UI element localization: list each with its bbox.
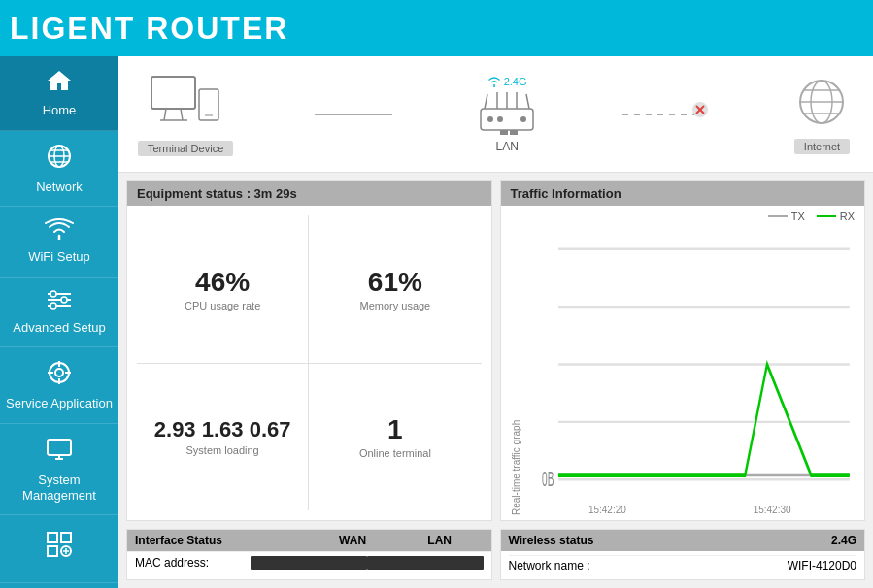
sidebar-system-label: System Management — [4, 473, 115, 503]
interface-lan-col: LAN — [396, 534, 484, 547]
topology-internet: Internet — [790, 75, 854, 154]
network-name-value: WIFI-4120D0 — [788, 559, 856, 572]
svg-rect-17 — [48, 440, 71, 455]
line-segment-1 — [315, 114, 392, 115]
svg-point-10 — [50, 303, 56, 309]
sidebar-item-advanced[interactable]: Advanced Setup — [0, 278, 118, 348]
content-area: Terminal Device 2.4G — [118, 56, 873, 588]
system-icon — [46, 436, 73, 469]
cpu-label: CPU usage rate — [185, 300, 260, 311]
sidebar: Home Network — [0, 56, 118, 588]
wireless-panel: Wireless status 2.4G Network name : WIFI… — [500, 529, 866, 580]
terminal-value: 1 — [387, 414, 403, 445]
mac-lan-value — [367, 556, 484, 572]
app-header: LIGENT ROUTER — [0, 0, 873, 56]
equipment-panel: Equipment status : 3m 29s 46% CPU usage … — [126, 180, 492, 521]
topology-line-2 — [622, 106, 710, 123]
home-icon — [46, 68, 73, 99]
sidebar-item-wifi[interactable]: WiFi Setup — [0, 207, 118, 278]
sidebar-advanced-label: Advanced Setup — [13, 320, 105, 336]
wireless-row: Network name : WIFI-4120D0 — [509, 555, 857, 575]
wifi-icon — [45, 218, 74, 245]
loading-value: 2.93 1.63 0.67 — [154, 417, 291, 442]
memory-label: Memory usage — [359, 300, 430, 311]
svg-line-27 — [164, 109, 166, 120]
equipment-header: Equipment status : 3m 29s — [127, 181, 491, 206]
wireless-band-label: 2.4G — [831, 534, 856, 547]
wireless-header: Wireless status 2.4G — [501, 530, 865, 551]
topology-section: Terminal Device 2.4G — [118, 56, 873, 173]
interface-wan-col: WAN — [309, 534, 396, 547]
sidebar-wifi-label: WiFi Setup — [28, 249, 90, 265]
table-row: MAC address: — [127, 551, 491, 576]
terminal-label: Online terminal — [359, 447, 431, 459]
memory-value: 61% — [368, 267, 422, 298]
chart-content: 0B 15:42:20 15:42:30 — [525, 226, 856, 515]
svg-line-36 — [526, 94, 529, 109]
terminal-icon-box — [147, 72, 224, 135]
legend-rx: RX — [817, 211, 855, 222]
mac-wan-redacted — [251, 556, 367, 570]
svg-rect-22 — [48, 546, 57, 556]
wifi-badge: 2.4G — [487, 76, 527, 87]
svg-point-39 — [497, 116, 503, 122]
x-label-2: 15:42:30 — [754, 505, 791, 515]
sidebar-home-label: Home — [43, 103, 77, 118]
wireless-header-label: Wireless status — [509, 534, 594, 547]
interface-header: Interface Status WAN LAN — [127, 530, 491, 551]
chart-svg: 0B — [525, 226, 856, 503]
svg-point-40 — [520, 116, 526, 122]
sidebar-item-extra[interactable] — [0, 515, 118, 583]
service-icon — [46, 359, 73, 392]
grid-icon — [46, 531, 73, 564]
memory-stat: 61% Memory usage — [309, 215, 481, 364]
dashed-segment — [622, 114, 700, 115]
interface-panel: Interface Status WAN LAN MAC address: — [126, 529, 492, 580]
sidebar-item-home[interactable]: Home — [0, 56, 118, 131]
sidebar-item-system[interactable]: System Management — [0, 424, 118, 515]
lan-label: LAN — [495, 140, 518, 153]
svg-rect-41 — [500, 130, 508, 135]
tx-line-icon — [768, 215, 788, 217]
svg-text:0B: 0B — [541, 468, 553, 491]
network-name-key: Network name : — [509, 559, 590, 572]
svg-point-9 — [61, 297, 67, 303]
wireless-body: Network name : WIFI-4120D0 — [501, 551, 865, 579]
x-label-1: 15:42:20 — [588, 505, 626, 515]
equipment-body: 46% CPU usage rate 61% Memory usage 2.93… — [127, 206, 491, 520]
svg-line-32 — [485, 94, 487, 109]
main-layout: Home Network — [0, 56, 873, 588]
sidebar-item-service[interactable]: Service Application — [0, 347, 118, 424]
legend-tx: TX — [768, 211, 805, 222]
chart-area: Real-time traffic graph — [511, 226, 856, 515]
sidebar-service-label: Service Application — [6, 396, 113, 411]
svg-rect-21 — [61, 533, 71, 542]
loading-stat: 2.93 1.63 0.67 System loading — [137, 364, 309, 511]
sidebar-item-network[interactable]: Network — [0, 131, 118, 208]
chart-y-label: Real-time traffic graph — [511, 226, 521, 515]
chart-x-labels: 15:42:20 15:42:30 — [525, 503, 856, 515]
traffic-panel: Traffic Information TX RX Real-time — [500, 180, 866, 521]
svg-line-28 — [181, 109, 183, 120]
topology-line-1 — [315, 114, 392, 115]
app-title: LIGENT ROUTER — [10, 11, 288, 47]
interface-header-label: Interface Status — [135, 534, 309, 547]
bottom-row: Interface Status WAN LAN MAC address: — [118, 529, 873, 588]
terminal-stat: 1 Online terminal — [309, 364, 481, 511]
traffic-body: TX RX Real-time traffic graph — [501, 206, 865, 520]
mac-label: MAC address: — [135, 556, 251, 572]
advanced-icon — [46, 289, 73, 316]
loading-label: System loading — [186, 444, 259, 456]
rx-line-icon — [817, 215, 836, 217]
internet-label: Internet — [794, 139, 850, 154]
cpu-stat: 46% CPU usage rate — [137, 215, 309, 364]
traffic-legend: TX RX — [511, 211, 856, 222]
traffic-header: Traffic Information — [501, 181, 865, 206]
topology-terminal: Terminal Device — [138, 72, 233, 156]
svg-point-8 — [50, 291, 56, 297]
tx-label: TX — [791, 211, 805, 222]
rx-label: RX — [840, 211, 855, 222]
network-icon — [46, 143, 73, 176]
cpu-value: 46% — [195, 267, 250, 298]
mac-wan-value — [251, 556, 367, 572]
